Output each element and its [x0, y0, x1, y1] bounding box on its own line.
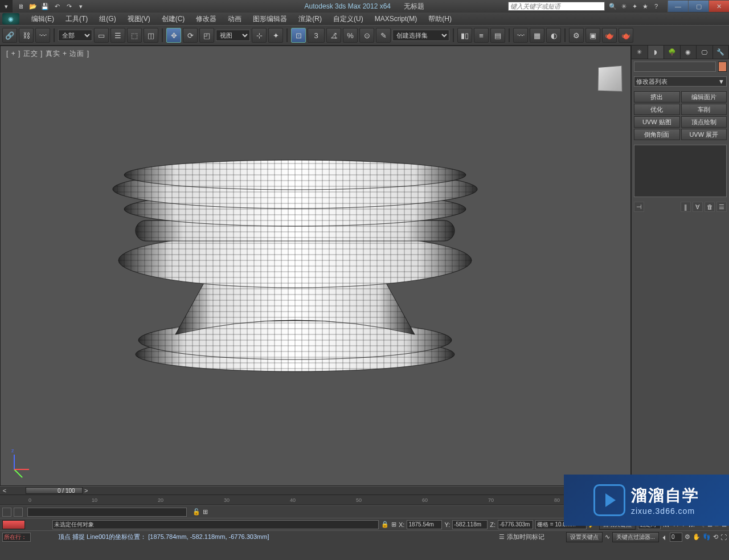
- menu-views[interactable]: 视图(V): [122, 13, 155, 25]
- coord-y-field[interactable]: -582.118m: [452, 520, 488, 529]
- align-icon[interactable]: ≡: [474, 28, 489, 43]
- abs-rel-icon[interactable]: ⊞: [391, 521, 396, 528]
- tab-modify-icon[interactable]: ◗: [648, 46, 665, 59]
- selection-set-dropdown[interactable]: 创建选择集: [392, 30, 449, 41]
- menu-maxscript[interactable]: MAXScript(M): [370, 14, 423, 24]
- menu-group[interactable]: 组(G): [94, 13, 121, 25]
- viewport-label[interactable]: [ + ] 正交 ] 真实 + 边面 ]: [6, 49, 89, 59]
- rotate-icon[interactable]: ⟳: [183, 28, 198, 43]
- nav-max-icon[interactable]: ⛶: [720, 534, 727, 541]
- spinner-snap-icon[interactable]: ⊙: [359, 28, 374, 43]
- menu-modifiers[interactable]: 修改器: [191, 13, 222, 25]
- manipulate-icon[interactable]: ✦: [268, 28, 283, 43]
- undo-icon[interactable]: ↶: [52, 2, 62, 11]
- qat-dropdown-icon[interactable]: ▾: [76, 2, 86, 11]
- tab-display-icon[interactable]: 🖵: [697, 46, 713, 59]
- unlink-icon[interactable]: ⛓: [19, 28, 34, 43]
- menu-animation[interactable]: 动画: [223, 13, 247, 25]
- keymode-icon[interactable]: ∿: [605, 533, 610, 541]
- save-icon[interactable]: 💾: [40, 2, 50, 11]
- material-editor-icon[interactable]: ◐: [546, 28, 561, 43]
- open-icon[interactable]: 📂: [28, 2, 38, 11]
- ref-coord-dropdown[interactable]: 视图: [216, 30, 250, 41]
- select-region-icon[interactable]: ⬚: [127, 28, 142, 43]
- angle-snap-icon[interactable]: ⦨: [326, 28, 341, 43]
- tab-motion-icon[interactable]: ◉: [681, 46, 697, 59]
- script-a-icon[interactable]: [2, 508, 11, 517]
- snap-3d-icon[interactable]: 3: [308, 28, 325, 43]
- window-crossing-icon[interactable]: ◫: [144, 28, 158, 43]
- modifier-stack[interactable]: [634, 145, 727, 197]
- menu-grapheditors[interactable]: 图形编辑器: [248, 13, 292, 25]
- help-icon[interactable]: ?: [652, 2, 661, 11]
- render-icon[interactable]: 🫖: [602, 28, 617, 43]
- modbtn-uvwmap[interactable]: UVW 贴图: [634, 116, 680, 128]
- show-end-result-icon[interactable]: ‖: [681, 202, 691, 212]
- select-name-icon[interactable]: ☰: [110, 28, 125, 43]
- modbtn-uvwunwrap[interactable]: UVW 展开: [681, 129, 727, 140]
- make-unique-icon[interactable]: ∀: [693, 202, 703, 212]
- lock-sel-icon[interactable]: 🔒: [381, 521, 389, 528]
- percent-snap-icon[interactable]: %: [343, 28, 358, 43]
- select-object-icon[interactable]: ▭: [94, 28, 109, 43]
- configure-sets-icon[interactable]: ☰: [716, 202, 727, 212]
- application-button[interactable]: ◉: [2, 13, 19, 24]
- nav-walk-icon[interactable]: 👣: [703, 533, 711, 541]
- time-next-icon[interactable]: >: [84, 487, 88, 494]
- scale-icon[interactable]: ◰: [199, 28, 214, 43]
- nav-pan-icon[interactable]: ✋: [693, 533, 701, 541]
- coord-z-field[interactable]: -6776.303m: [498, 520, 533, 529]
- time-config-icon[interactable]: ⚙: [685, 533, 690, 541]
- nav-orbit-icon[interactable]: ⟲: [713, 533, 718, 541]
- link-icon[interactable]: 🔗: [2, 28, 17, 43]
- lock-icon[interactable]: 🔓: [193, 508, 200, 516]
- step-back-icon[interactable]: ⏴: [661, 534, 667, 541]
- system-menu-icon[interactable]: ▾: [0, 0, 13, 13]
- render-frame-icon[interactable]: ▣: [585, 28, 600, 43]
- bind-icon[interactable]: 〰: [35, 28, 50, 43]
- sub-icon[interactable]: ✳: [619, 2, 628, 11]
- tab-hierarchy-icon[interactable]: 🌳: [664, 46, 681, 59]
- favorite-icon[interactable]: ★: [641, 2, 650, 11]
- help-search[interactable]: [508, 2, 605, 11]
- menu-create[interactable]: 创建(C): [157, 13, 190, 25]
- isolate-icon[interactable]: ⊞: [203, 508, 208, 516]
- menu-tools[interactable]: 工具(T): [60, 13, 93, 25]
- remove-mod-icon[interactable]: 🗑: [705, 202, 715, 212]
- script-listener-input[interactable]: [27, 508, 187, 517]
- selection-filter-dropdown[interactable]: 全部: [58, 30, 92, 41]
- time-tag-icon[interactable]: ☰: [499, 533, 505, 541]
- edit-selset-icon[interactable]: ✎: [376, 28, 391, 43]
- move-icon[interactable]: ✥: [166, 28, 181, 43]
- exchange-icon[interactable]: ✦: [630, 2, 639, 11]
- maximize-button[interactable]: ▢: [688, 1, 708, 12]
- render-setup-icon[interactable]: ⚙: [569, 28, 584, 43]
- pin-stack-icon[interactable]: ⊣: [634, 202, 644, 212]
- schematic-icon[interactable]: ▦: [530, 28, 544, 43]
- modbtn-vertexpaint[interactable]: 顶点绘制: [681, 116, 727, 128]
- time-slider[interactable]: 0 / 100: [26, 487, 83, 494]
- pivot-icon[interactable]: ⊹: [252, 28, 267, 43]
- redo-icon[interactable]: ↷: [64, 2, 74, 11]
- script-b-icon[interactable]: [14, 508, 23, 517]
- menu-rendering[interactable]: 渲染(R): [293, 13, 327, 25]
- snap-toggle-icon[interactable]: ⊡: [291, 28, 306, 43]
- modifier-list-dropdown[interactable]: 修改器列表▼: [634, 76, 727, 87]
- modbtn-lathe[interactable]: 车削: [681, 104, 727, 115]
- tab-utilities-icon[interactable]: 🔧: [713, 46, 730, 59]
- add-timetag[interactable]: 添加时间标记: [507, 533, 544, 541]
- mirror-icon[interactable]: ▮▯: [457, 28, 472, 43]
- menu-customize[interactable]: 自定义(U): [328, 13, 368, 25]
- menu-edit[interactable]: 编辑(E): [26, 13, 59, 25]
- keyfilter-button[interactable]: 关键点过滤器...: [612, 532, 659, 542]
- curve-editor-icon[interactable]: 〰: [513, 28, 528, 43]
- modbtn-extrude[interactable]: 挤出: [634, 91, 680, 103]
- modbtn-optimize[interactable]: 优化: [634, 104, 680, 115]
- viewcube[interactable]: [598, 66, 622, 92]
- layers-icon[interactable]: ▤: [490, 28, 505, 43]
- frame-field[interactable]: 0: [670, 533, 682, 542]
- menu-help[interactable]: 帮助(H): [423, 13, 457, 25]
- viewport[interactable]: [ + ] 正交 ] 真实 + 边面 ] z: [0, 46, 631, 486]
- modbtn-editpatch[interactable]: 编辑面片: [681, 91, 727, 103]
- new-icon[interactable]: 🗎: [16, 2, 26, 11]
